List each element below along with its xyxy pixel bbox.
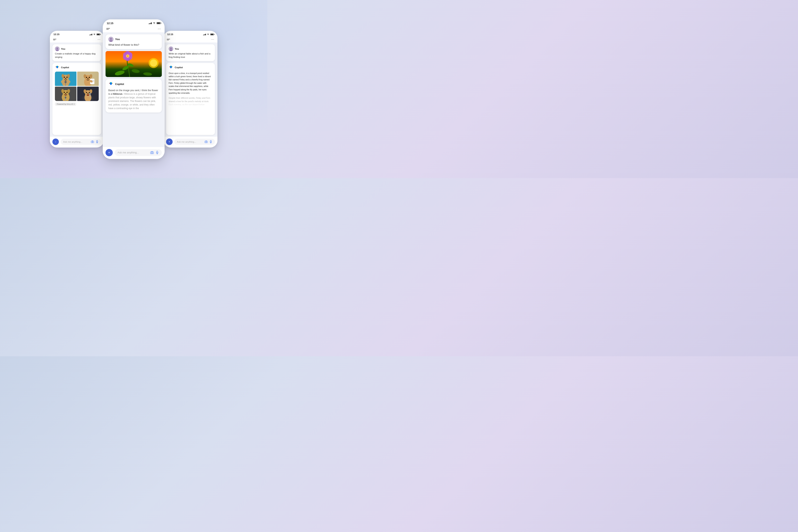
user-bubble-right: You Write an original fable about a fish… [166, 44, 215, 61]
svg-point-84 [170, 48, 172, 49]
phone-content-center: You What kind of flower is this? [103, 32, 165, 147]
phone-right: 12:15 ··· [164, 31, 217, 147]
sc-bar-3 [150, 23, 151, 24]
fable-text-container: Once upon a time, in a tranquil pond nes… [169, 71, 212, 106]
status-time-center: 12:15 [107, 22, 113, 25]
mic-icon-center[interactable] [155, 151, 159, 154]
add-button-right[interactable]: + [166, 138, 173, 145]
dog-image-2 [77, 71, 99, 86]
dots-icon-right[interactable]: ··· [211, 38, 214, 41]
svg-point-72 [127, 55, 129, 57]
phone-content-right: You Write an original fable about a fish… [164, 42, 217, 137]
svg-point-80 [151, 152, 153, 153]
dots-icon-center[interactable]: ··· [158, 27, 161, 31]
user-message-center: What kind of flower is this? [108, 43, 159, 47]
sc-bar-4 [151, 22, 152, 24]
status-time-left: 12:15 [54, 33, 59, 36]
copilot-logo-center [108, 81, 114, 87]
sr-bar-3 [205, 34, 205, 35]
phone-content-left: You Create a realistic image of a happy … [50, 42, 104, 137]
user-header-left: You [55, 46, 99, 51]
user-name-center: You [115, 38, 120, 41]
phones-container: 12:15 ··· [47, 19, 221, 159]
user-bubble-center: You What kind of flower is this? [106, 34, 162, 49]
copilot-logo-right [169, 65, 173, 70]
dog-image-3 [55, 87, 76, 101]
nav-bar-left: ··· [50, 37, 104, 42]
status-bar-center: 12:15 [103, 19, 165, 26]
copilot-bubble-right: Copilot Once upon a time, in a tranquil … [166, 63, 215, 135]
input-actions-right [205, 140, 212, 143]
camera-icon-right[interactable] [205, 140, 208, 143]
copilot-logo-left [55, 65, 59, 70]
battery-icon-center [157, 22, 160, 24]
svg-point-63 [150, 59, 157, 66]
camera-icon-center[interactable] [150, 151, 154, 154]
user-message-left: Create a realistic image of a happy dog … [55, 52, 99, 59]
copilot-response-right-2: Despite their different worlds, Finley a… [169, 96, 212, 106]
avatar-center [108, 37, 114, 42]
svg-text:+: + [108, 151, 110, 154]
svg-point-1 [56, 50, 59, 51]
user-header-right: You [169, 46, 212, 51]
bottom-bar-left: + Ask me anything... [50, 137, 104, 147]
mic-icon-right[interactable] [209, 140, 212, 143]
copilot-response-right: Once upon a time, in a tranquil pond nes… [169, 71, 212, 95]
input-bar-center[interactable]: Ask me anything... [115, 149, 162, 156]
menu-icon-center[interactable] [106, 28, 110, 30]
avatar-left [55, 46, 59, 51]
input-bar-left[interactable]: Ask me anything... [61, 139, 101, 145]
sr-bar-4 [206, 34, 206, 35]
dots-icon-left[interactable]: ··· [98, 38, 100, 41]
bottom-bar-center: + Ask me anything... [103, 147, 165, 159]
svg-point-85 [170, 50, 172, 51]
dog-image-grid [55, 71, 99, 101]
signal-bars-center [149, 22, 152, 24]
copilot-header-center: Copilot [108, 81, 159, 87]
svg-text:+: + [169, 140, 170, 143]
signal-bar-2 [90, 34, 91, 35]
status-icons-center [149, 22, 161, 24]
input-placeholder-left: Ask me anything... [63, 140, 82, 143]
signal-bar-4 [92, 34, 92, 35]
menu-line-c1 [106, 28, 110, 28]
nav-bar-right: ··· [164, 37, 217, 42]
nav-bar-center: ··· [103, 26, 165, 32]
wifi-icon-left [93, 33, 96, 35]
signal-bar-1 [89, 35, 90, 35]
add-button-left[interactable]: + [53, 138, 59, 145]
add-button-center[interactable]: + [106, 149, 113, 156]
svg-rect-81 [157, 151, 158, 153]
status-bar-left: 12:15 [50, 31, 104, 37]
status-icons-left [89, 33, 100, 35]
camera-icon-left[interactable] [91, 140, 94, 143]
battery-icon-left [97, 33, 100, 35]
phone-left: 12:15 ··· [50, 31, 104, 147]
copilot-bold-word: hibiscus [113, 93, 122, 95]
sc-bar-2 [149, 23, 150, 24]
svg-rect-56 [97, 140, 98, 142]
mic-icon-left[interactable] [96, 140, 99, 143]
menu-icon-left[interactable] [53, 39, 56, 40]
wifi-icon-center [153, 22, 156, 24]
input-bar-right[interactable]: Ask me anything... [174, 139, 215, 145]
wifi-icon-right [207, 33, 209, 35]
sr-bar-1 [203, 35, 204, 35]
copilot-name-left: Copilot [61, 66, 69, 69]
svg-point-0 [56, 48, 58, 49]
input-placeholder-right: Ask me anything... [177, 140, 196, 143]
signal-bars-left [89, 33, 92, 35]
dog-image-1 [55, 71, 76, 86]
svg-point-55 [92, 141, 93, 142]
avatar-right [169, 46, 173, 51]
status-bar-right: 12:15 [164, 31, 217, 37]
input-actions-left [91, 140, 99, 143]
svg-text:+: + [55, 140, 56, 143]
copilot-bubble-center: Copilot Based on the image you sent, I t… [106, 79, 162, 113]
copilot-name-center: Copilot [115, 82, 124, 86]
input-actions-center [150, 151, 159, 154]
flower-image [106, 51, 162, 77]
menu-icon-right[interactable] [167, 39, 170, 40]
phone-center: 12:15 ··· [103, 19, 165, 159]
menu-line-r2 [167, 40, 169, 40]
